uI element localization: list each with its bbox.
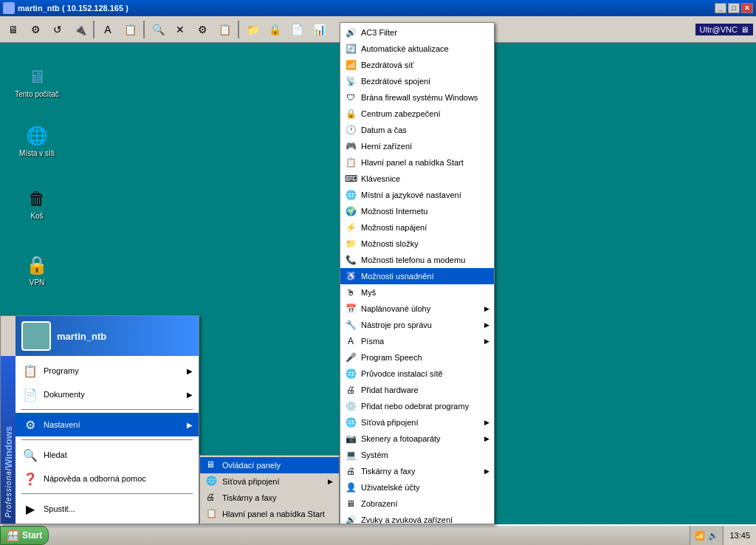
cp-item-bezdratova-sit[interactable]: 📶 Bezdrátová síť bbox=[340, 57, 494, 73]
zobrazeni-label: Zobrazení bbox=[361, 499, 398, 508]
toolbar-btn-1[interactable]: 🖥 bbox=[3, 19, 24, 40]
cp-item-moznosti-slozky[interactable]: 📁 Možnosti složky bbox=[340, 236, 494, 252]
pisma-icon: A bbox=[345, 335, 357, 347]
uzivatelske-label: Uživatelské účty bbox=[361, 483, 419, 492]
cp-item-system[interactable]: 💻 Systém bbox=[340, 447, 494, 463]
sm-item-programy[interactable]: 📋 Programy ▶ bbox=[16, 359, 199, 383]
start-button[interactable]: 🪟 Start bbox=[0, 526, 49, 545]
cp-item-ac3[interactable]: 🔊 AC3 Filter bbox=[340, 24, 494, 41]
cp-item-moznosti-telefonu[interactable]: 📞 Možnosti telefonu a modemu bbox=[340, 252, 494, 268]
cp-item-zobrazeni[interactable]: 🖥 Zobrazení bbox=[340, 496, 494, 512]
desktop: 🖥 Tento počítač 🌐 Místa v síti 🗑 Koš 🔒 V… bbox=[0, 43, 756, 524]
skenery-arrow: ▶ bbox=[484, 435, 489, 442]
sm-item-spustit[interactable]: ▶ Spustit... bbox=[16, 497, 199, 521]
toolbar-btn-9[interactable]: 📋 bbox=[214, 19, 235, 40]
hledat-label: Hledat bbox=[44, 450, 67, 459]
cp-item-moznosti-usnadneni[interactable]: ♿ Možnosti usnadnění bbox=[340, 268, 494, 284]
toolbar-btn-8[interactable]: ⚙ bbox=[192, 19, 213, 40]
taskbar-clock: 13:45 bbox=[723, 526, 756, 545]
cp-item-datum-cas[interactable]: 🕐 Datum a čas bbox=[340, 122, 494, 138]
bezdratova-sit-label: Bezdrátová síť bbox=[361, 61, 413, 69]
cp-item-naplanovane-ulohy[interactable]: 📅 Naplánované úlohy ▶ bbox=[340, 301, 494, 317]
moznosti-slozky-label: Možnosti složky bbox=[361, 239, 419, 248]
cp-item-pridat-odebrat[interactable]: 💿 Přidat nebo odebrat programy bbox=[340, 398, 494, 414]
vpn-label: VPN bbox=[30, 278, 45, 287]
desktop-icon-tento-pocitac[interactable]: 🖥 Tento počítač bbox=[11, 65, 63, 98]
start-label: Start bbox=[22, 530, 42, 541]
sitova-cp-label: Síťová připojení bbox=[361, 418, 419, 427]
toolbar-btn-text[interactable]: A bbox=[97, 19, 118, 40]
cp-item-moznosti-internetu[interactable]: 🌍 Možnosti Internetu bbox=[340, 203, 494, 219]
toolbar-btn-6[interactable]: 🔍 bbox=[148, 19, 168, 40]
spustit-icon: ▶ bbox=[21, 500, 39, 518]
nastroje-arrow: ▶ bbox=[484, 321, 489, 329]
window-title: martin_ntb ( 10.152.128.165 ) bbox=[18, 4, 128, 13]
cp-item-mys[interactable]: 🖱 Myš bbox=[340, 284, 494, 301]
sm-item-nastaveni[interactable]: ⚙ Nastavení ▶ bbox=[16, 413, 199, 436]
sub-item-ovladaci-panely[interactable]: 🖥 Ovládací panely bbox=[200, 457, 339, 473]
cp-item-pridat-hardware[interactable]: 🖨 Přidat hardware bbox=[340, 382, 494, 398]
close-button[interactable]: ✕ bbox=[741, 3, 753, 13]
cp-item-klavesnice[interactable]: ⌨ Klávesnice bbox=[340, 171, 494, 187]
cp-item-auto-update[interactable]: 🔄 Automatické aktualizace bbox=[340, 41, 494, 57]
toolbar-btn-12[interactable]: 📄 bbox=[286, 19, 307, 40]
pridat-hardware-icon: 🖨 bbox=[345, 384, 357, 396]
sm-item-hledat[interactable]: 🔍 Hledat bbox=[16, 443, 199, 467]
bezdratove-spojeni-icon: 📡 bbox=[345, 75, 357, 87]
cp-item-pisma[interactable]: A Písma ▶ bbox=[340, 333, 494, 349]
sitova-pripojeni-label: Síťová připojení bbox=[222, 477, 280, 486]
toolbar-btn-10[interactable]: 📁 bbox=[242, 19, 263, 40]
cp-item-centrum-zabezpeceni[interactable]: 🔒 Centrum zabezpečení bbox=[340, 106, 494, 122]
cp-item-nastroje-sprava[interactable]: 🔧 Nástroje pro správu ▶ bbox=[340, 317, 494, 333]
herni-icon: 🎮 bbox=[345, 140, 357, 152]
nastroje-icon: 🔧 bbox=[345, 319, 357, 331]
sm-item-napoveda[interactable]: ❓ Nápověda a odborná pomoc bbox=[16, 467, 199, 490]
cp-item-brana-firewall[interactable]: 🛡 Brána firewall systému Windows bbox=[340, 89, 494, 106]
maximize-button[interactable]: □ bbox=[728, 3, 740, 13]
toolbar-btn-11[interactable]: 🔒 bbox=[264, 19, 285, 40]
programy-arrow: ▶ bbox=[187, 367, 193, 375]
auto-update-icon: 🔄 bbox=[345, 43, 357, 55]
cp-item-bezdratove-spojeni[interactable]: 📡 Bezdrátové spojení bbox=[340, 73, 494, 89]
system-label: Systém bbox=[361, 450, 388, 459]
cp-item-tiskarny-cp[interactable]: 🖨 Tiskárny a faxy ▶ bbox=[340, 463, 494, 479]
mista-v-siti-label: Místa v síti bbox=[19, 149, 55, 157]
desktop-icon-kos[interactable]: 🗑 Koš bbox=[11, 187, 63, 220]
sub-item-tiskarny[interactable]: 🖨 Tiskárny a faxy bbox=[200, 490, 339, 506]
toolbar-btn-refresh[interactable]: ↺ bbox=[47, 19, 68, 40]
cp-item-moznosti-napajeni[interactable]: ⚡ Možnosti napájení bbox=[340, 219, 494, 236]
sub-item-hlavni-panel[interactable]: 📋 Hlavní panel a nabídka Start bbox=[200, 506, 339, 522]
cp-item-program-speech[interactable]: 🎤 Program Speech bbox=[340, 349, 494, 366]
auto-update-label: Automatické aktualizace bbox=[361, 44, 449, 53]
sm-item-dokumenty[interactable]: 📄 Dokumenty ▶ bbox=[16, 383, 199, 406]
cp-item-uzivatelske-ucty[interactable]: 👤 Uživatelské účty bbox=[340, 479, 494, 496]
sitova-cp-arrow: ▶ bbox=[484, 419, 489, 426]
tiskarny-cp-label: Tiskárny a faxy bbox=[361, 467, 416, 476]
cp-item-mistni-jazykove[interactable]: 🌐 Místní a jazykové nastavení bbox=[340, 187, 494, 203]
pridat-odebrat-icon: 💿 bbox=[345, 400, 357, 412]
minimize-button[interactable]: _ bbox=[715, 3, 726, 13]
cp-item-hlavni-panel-nabidka[interactable]: 📋 Hlavní panel a nabídka Start bbox=[340, 154, 494, 171]
naplanovane-icon: 📅 bbox=[345, 303, 357, 315]
cp-item-zvuky[interactable]: 🔊 Zvuky a zvuková zařízení bbox=[340, 512, 494, 524]
desktop-icon-vpn[interactable]: 🔒 VPN bbox=[11, 253, 63, 287]
toolbar-separator-2 bbox=[143, 21, 145, 38]
cp-item-pruvodce[interactable]: 🌐 Průvodce instalací sítě bbox=[340, 366, 494, 382]
hlavni-panel-icon: 📋 bbox=[206, 508, 218, 520]
toolbar-separator-1 bbox=[93, 21, 94, 38]
sub-item-sitova-pripojeni[interactable]: 🌐 Síťová připojení ▶ bbox=[200, 473, 339, 490]
cp-item-herni-zarizeni[interactable]: 🎮 Herní zařízení bbox=[340, 138, 494, 154]
skenery-icon: 📷 bbox=[345, 433, 357, 445]
cp-item-skenery[interactable]: 📷 Skenery a fotoaparáty ▶ bbox=[340, 431, 494, 447]
sm-separator-2 bbox=[21, 439, 193, 440]
tento-pocitac-label: Tento počítač bbox=[15, 90, 58, 98]
desktop-icon-mista-v-siti[interactable]: 🌐 Místa v síti bbox=[11, 124, 63, 157]
toolbar-btn-5[interactable]: 📋 bbox=[120, 19, 140, 40]
moznosti-telefonu-label: Možnosti telefonu a modemu bbox=[361, 256, 465, 264]
toolbar-btn-connect[interactable]: 🔌 bbox=[69, 19, 90, 40]
toolbar-btn-7[interactable]: ✕ bbox=[170, 19, 190, 40]
toolbar-btn-13[interactable]: 📊 bbox=[309, 19, 329, 40]
nastaveni-icon: ⚙ bbox=[21, 416, 39, 433]
cp-item-sitova-pripojeni-cp[interactable]: 🌐 Síťová připojení ▶ bbox=[340, 414, 494, 431]
toolbar-btn-2[interactable]: ⚙ bbox=[25, 19, 46, 40]
